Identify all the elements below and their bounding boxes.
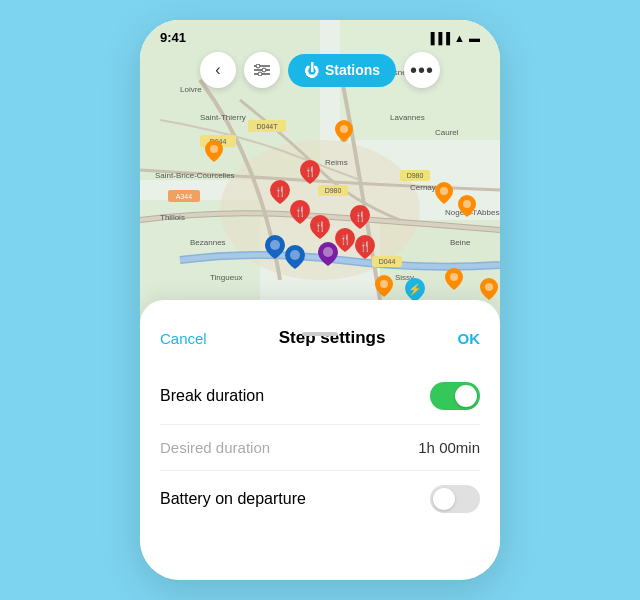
toggle-knob-off xyxy=(433,488,455,510)
phone-container: D044 D044T A344 D980 D980 D044 Loivre Bo… xyxy=(140,20,500,580)
break-duration-label: Break duration xyxy=(160,387,264,405)
wifi-icon: ▲ xyxy=(454,32,465,44)
battery-icon: ▬ xyxy=(469,32,480,44)
svg-point-49 xyxy=(290,250,300,260)
drag-handle xyxy=(302,332,338,336)
svg-point-48 xyxy=(270,240,280,250)
desired-duration-label: Desired duration xyxy=(160,439,270,456)
svg-text:⚡: ⚡ xyxy=(408,282,422,296)
svg-text:Beine: Beine xyxy=(450,238,471,247)
desired-duration-value: 1h 00min xyxy=(418,439,480,456)
battery-departure-row: Battery on departure xyxy=(160,471,480,527)
stations-button[interactable]: ⏻ Stations xyxy=(288,54,396,87)
status-bar: 9:41 ▐▐▐ ▲ ▬ xyxy=(140,20,500,49)
desired-duration-row: Desired duration 1h 00min xyxy=(160,425,480,471)
break-duration-toggle[interactable] xyxy=(430,382,480,410)
svg-text:🍴: 🍴 xyxy=(314,220,327,233)
svg-text:Saint-Brice-Courcelles: Saint-Brice-Courcelles xyxy=(155,171,235,180)
status-icons: ▐▐▐ ▲ ▬ xyxy=(427,32,480,44)
bottom-sheet: Cancel Step settings OK Break duration D… xyxy=(140,300,500,580)
svg-text:Bezannes: Bezannes xyxy=(190,238,226,247)
svg-text:D044T: D044T xyxy=(256,123,278,130)
svg-text:🍴: 🍴 xyxy=(354,210,367,223)
svg-point-35 xyxy=(210,145,218,153)
signal-icon: ▐▐▐ xyxy=(427,32,450,44)
stations-label: Stations xyxy=(325,62,380,78)
ok-button[interactable]: OK xyxy=(457,330,480,347)
svg-text:D044: D044 xyxy=(379,258,396,265)
svg-text:Caurel: Caurel xyxy=(435,128,459,137)
svg-text:D980: D980 xyxy=(325,187,342,194)
settings-list: Break duration Desired duration 1h 00min… xyxy=(160,368,480,527)
svg-point-56 xyxy=(256,64,260,68)
svg-text:A344: A344 xyxy=(176,193,192,200)
status-time: 9:41 xyxy=(160,30,186,45)
cancel-button[interactable]: Cancel xyxy=(160,330,207,347)
svg-point-38 xyxy=(485,283,493,291)
svg-text:Thillois: Thillois xyxy=(160,213,185,222)
svg-point-40 xyxy=(463,200,471,208)
stations-power-icon: ⏻ xyxy=(304,62,319,79)
svg-text:Lavannes: Lavannes xyxy=(390,113,425,122)
svg-text:Cernay: Cernay xyxy=(410,183,436,192)
svg-point-37 xyxy=(450,273,458,281)
more-button[interactable]: ••• xyxy=(404,52,440,88)
back-button[interactable]: ‹ xyxy=(200,52,236,88)
battery-departure-toggle[interactable] xyxy=(430,485,480,513)
svg-text:🍴: 🍴 xyxy=(304,165,317,178)
sheet-header: Cancel Step settings OK xyxy=(160,328,480,348)
map-topbar: ‹ ⏻ Stations ••• xyxy=(140,52,500,88)
svg-point-34 xyxy=(340,125,348,133)
svg-text:🍴: 🍴 xyxy=(339,233,352,246)
svg-text:🍴: 🍴 xyxy=(274,185,287,198)
break-duration-row: Break duration xyxy=(160,368,480,425)
svg-text:D980: D980 xyxy=(407,172,424,179)
svg-point-36 xyxy=(380,280,388,288)
svg-point-39 xyxy=(440,187,448,195)
svg-point-51 xyxy=(323,247,333,257)
svg-text:Saint-Thierry: Saint-Thierry xyxy=(200,113,246,122)
filter-button[interactable] xyxy=(244,52,280,88)
svg-point-57 xyxy=(262,68,266,72)
svg-text:🍴: 🍴 xyxy=(294,205,307,218)
svg-text:Tingueux: Tingueux xyxy=(210,273,243,282)
svg-text:Reims: Reims xyxy=(325,158,348,167)
svg-point-58 xyxy=(258,72,262,76)
battery-departure-label: Battery on departure xyxy=(160,490,306,508)
svg-text:🍴: 🍴 xyxy=(359,240,372,253)
toggle-knob-on xyxy=(455,385,477,407)
sheet-title: Step settings xyxy=(279,328,386,348)
